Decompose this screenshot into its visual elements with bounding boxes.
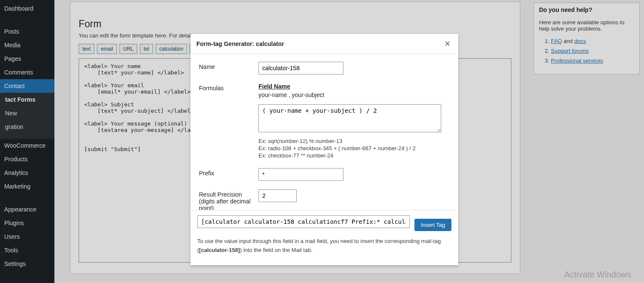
modal-footer: Insert Tag To use the value input throug…	[190, 210, 458, 265]
sidebar-item-dashboard[interactable]: Dashboard	[0, 0, 54, 15]
formula-example-3: Ex: checkbox-77 ** number-24	[258, 152, 450, 159]
help-box: Do you need help? Here are some availabl…	[533, 3, 640, 74]
help-link-faq: FAQ and docs	[551, 38, 634, 44]
help-title: Do you need help?	[539, 6, 634, 13]
help-text: Here are some available options to help …	[539, 19, 634, 32]
sidebar-item-contact[interactable]: Contact	[0, 79, 54, 93]
sidebar-subitem-new[interactable]: New	[0, 106, 54, 120]
prefix-label: Prefix	[199, 168, 258, 177]
sidebar-item-pages[interactable]: Pages	[0, 52, 54, 66]
sidebar-item-posts[interactable]: Posts	[0, 25, 54, 38]
sidebar-item-products[interactable]: Products	[0, 152, 54, 166]
tag-button-calculation[interactable]: calculation	[156, 44, 187, 54]
insert-tag-button[interactable]: Insert Tag	[414, 219, 451, 231]
prefix-input[interactable]	[258, 168, 343, 181]
sidebar-item-users[interactable]: Users	[0, 230, 54, 243]
sidebar-item-tools[interactable]: Tools	[0, 243, 54, 257]
precision-label: Result Precision (digits after decimal p…	[199, 189, 258, 210]
tag-button-URL[interactable]: URL	[119, 44, 137, 54]
formula-example-1: Ex: sqrt(number-12) % number-13	[258, 138, 450, 144]
form-tag-generator-modal: Form-tag Generator: calculator ✕ Name Fo…	[190, 34, 458, 265]
tag-button-email[interactable]: email	[97, 44, 117, 54]
name-input[interactable]	[258, 62, 343, 74]
precision-input[interactable]	[258, 189, 297, 202]
help-link-support: Support forums	[551, 48, 634, 54]
sidebar-item-appearance[interactable]: Appearance	[0, 203, 54, 216]
tag-button-text[interactable]: text	[79, 44, 94, 54]
formula-example-2: Ex: radio-108 + checkbox-345 + ( number-…	[258, 145, 450, 152]
modal-header: Form-tag Generator: calculator ✕	[190, 34, 458, 54]
formulas-label: Formulas	[199, 83, 258, 91]
sidebar-item-media[interactable]: Media	[0, 38, 54, 52]
tag-button-tel[interactable]: tel	[140, 44, 153, 54]
sidebar-item-marketing[interactable]: Marketing	[0, 180, 54, 193]
sidebar-item-plugins[interactable]: Plugins	[0, 216, 54, 230]
mail-tag-note: To use the value input through this fiel…	[197, 231, 451, 255]
generated-tag-input[interactable]	[197, 215, 410, 228]
sidebar-item-woocommerce[interactable]: WooCommerce	[0, 139, 54, 152]
link-support-forums[interactable]: Support forums	[551, 48, 589, 54]
admin-sidebar: Dashboard Posts Media Pages Comments Con…	[0, 0, 54, 283]
field-name-list: your-name , your-subject	[258, 91, 450, 98]
modal-body: Name Formulas Field Name your-name , you…	[190, 54, 458, 210]
sidebar-item-comments[interactable]: Comments	[0, 66, 54, 79]
sidebar-subitem-contact-forms[interactable]: tact Forms	[0, 93, 54, 106]
close-icon[interactable]: ✕	[443, 38, 452, 49]
link-professional-services[interactable]: Professional services	[551, 57, 603, 64]
form-heading: Form	[79, 11, 511, 32]
field-name-heading: Field Name	[258, 83, 450, 90]
sidebar-item-analytics[interactable]: Analytics	[0, 166, 54, 180]
name-label: Name	[199, 62, 258, 70]
modal-title: Form-tag Generator: calculator	[196, 40, 284, 47]
sidebar-subitem-integration[interactable]: gration	[0, 120, 54, 134]
link-docs[interactable]: docs	[574, 38, 586, 44]
link-faq[interactable]: FAQ	[551, 38, 562, 44]
formula-textarea[interactable]	[258, 104, 441, 132]
help-link-pro: Professional services	[551, 57, 634, 64]
sidebar-item-settings[interactable]: Settings	[0, 257, 54, 271]
